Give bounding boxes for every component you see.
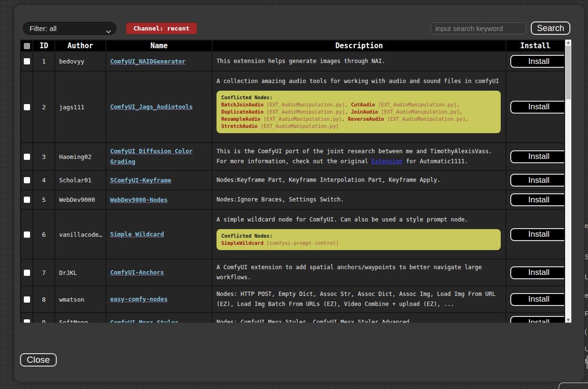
row-install-cell: Install bbox=[506, 286, 565, 313]
table-row: 5WebDev9000WebDev9000-NodesNodes:Ignore … bbox=[21, 190, 565, 210]
background-menu-letter: S bbox=[585, 253, 588, 261]
row-description: This is the ComfyUI port of the joint re… bbox=[212, 143, 506, 170]
extension-name-link[interactable]: ComfyUI-Anchors bbox=[110, 269, 164, 276]
search-button[interactable]: Search bbox=[531, 21, 570, 35]
extension-name-link[interactable]: Simple Wildcard bbox=[110, 231, 164, 238]
row-description: A simple wildcard node for ComfyUI. Can … bbox=[212, 210, 506, 259]
row-checkbox[interactable] bbox=[24, 104, 30, 110]
row-author: WebDev9000 bbox=[55, 190, 106, 210]
description-text: A ComfyUI extension to add spatial ancho… bbox=[217, 264, 482, 281]
row-description: Nodes: HTTP POST, Empty Dict, Assoc Str,… bbox=[212, 286, 506, 313]
table-row: 6vanillacode…Simple WildcardA simple wil… bbox=[21, 210, 565, 259]
row-name-cell: ComfyUI-Anchors bbox=[106, 259, 212, 286]
row-name-cell: ComfyUI_NAIDGenerator bbox=[106, 52, 212, 71]
install-button[interactable]: Install bbox=[510, 316, 565, 323]
table-row: 4Scholar01SComfyUI-KeyframeNodes:Keyfram… bbox=[21, 170, 565, 190]
conflict-items: SimpleWildcard [comfyui-prompt-control] bbox=[221, 240, 496, 247]
extension-name-link[interactable]: SComfyUI-Keyframe bbox=[110, 177, 171, 184]
row-author: bedovyy bbox=[55, 52, 106, 71]
table-scrollbar[interactable]: ▲ ▼ bbox=[565, 40, 571, 323]
description-text: Nodes:Keyframe Part, Keyframe Interpolat… bbox=[217, 177, 441, 183]
row-id: 9 bbox=[33, 313, 55, 323]
row-checkbox[interactable] bbox=[24, 270, 30, 276]
row-id: 7 bbox=[33, 259, 55, 286]
close-button[interactable]: Close bbox=[20, 353, 57, 367]
extension-name-link[interactable]: ComfyUI_Mexx_Styler bbox=[110, 319, 178, 323]
filter-dropdown[interactable]: Filter: all bbox=[23, 22, 116, 35]
conflict-node-name: ReverseAudio bbox=[348, 116, 384, 122]
scroll-down-icon[interactable]: ▼ bbox=[565, 317, 571, 323]
row-checkbox[interactable] bbox=[24, 177, 30, 183]
conflict-node-name: BatchJoinAudio bbox=[221, 102, 264, 107]
row-install-cell: Install bbox=[506, 313, 565, 323]
row-name-cell: WebDev9000-Nodes bbox=[106, 190, 212, 210]
install-button[interactable]: Install bbox=[510, 150, 565, 163]
row-checkbox-cell bbox=[21, 259, 33, 286]
conflicted-nodes-box: Conflicted Nodes:SimpleWildcard [comfyui… bbox=[217, 229, 501, 250]
conflict-items: BatchJoinAudio [EXT_AudioManipulation.py… bbox=[221, 101, 496, 130]
row-checkbox-cell bbox=[21, 71, 33, 143]
background-menu-letter: ( bbox=[585, 328, 587, 336]
row-author: jags111 bbox=[55, 71, 106, 143]
row-description: Nodes:Ignore Braces, Settings Switch. bbox=[212, 190, 506, 210]
extension-name-link[interactable]: ComfyUI Diffusion Color Grading bbox=[110, 147, 193, 165]
scrollbar-thumb[interactable] bbox=[566, 46, 571, 99]
row-checkbox[interactable] bbox=[24, 296, 30, 303]
conflict-node-source: [EXT_AudioManipulation.py] bbox=[267, 102, 345, 107]
install-button[interactable]: Install bbox=[510, 174, 565, 187]
row-id: 6 bbox=[33, 210, 55, 259]
table-row: 9SoftMengComfyUI_Mexx_StylerNodes: Comfy… bbox=[21, 313, 565, 323]
table-row: 1bedovyyComfyUI_NAIDGeneratorThis extens… bbox=[21, 52, 565, 71]
select-all-header bbox=[21, 40, 33, 52]
row-id: 3 bbox=[33, 143, 55, 170]
install-button[interactable]: Install bbox=[510, 293, 565, 306]
row-checkbox[interactable] bbox=[24, 197, 30, 203]
conflict-node-source: [EXT_AudioManipulation.py] bbox=[378, 102, 456, 107]
row-checkbox[interactable] bbox=[24, 231, 30, 238]
row-checkbox[interactable] bbox=[24, 154, 30, 160]
row-name-cell: easy-comfy-nodes bbox=[106, 286, 212, 313]
select-all-checkbox[interactable] bbox=[24, 43, 30, 49]
install-button[interactable]: Install bbox=[510, 55, 565, 68]
row-install-cell: Install bbox=[506, 210, 565, 259]
header-id: ID bbox=[33, 40, 55, 52]
install-button[interactable]: Install bbox=[510, 101, 565, 114]
row-description: A ComfyUI extension to add spatial ancho… bbox=[212, 259, 506, 286]
row-checkbox[interactable] bbox=[24, 319, 30, 323]
scroll-up-icon[interactable]: ▲ bbox=[565, 40, 571, 45]
row-id: 5 bbox=[33, 190, 55, 210]
install-button[interactable]: Install bbox=[510, 228, 565, 241]
background-menu-letter: U bbox=[585, 345, 588, 353]
extension-name-link[interactable]: ComfyUI_NAIDGenerator bbox=[110, 58, 186, 65]
row-description: Nodes:Keyframe Part, Keyframe Interpolat… bbox=[212, 170, 506, 190]
row-id: 4 bbox=[33, 170, 55, 190]
background-menu-letter: L bbox=[585, 273, 588, 281]
row-author: wmatson bbox=[55, 286, 106, 313]
table-row: 3Haoming02ComfyUI Diffusion Color Gradin… bbox=[21, 143, 565, 170]
row-id: 1 bbox=[33, 52, 55, 71]
description-text: Nodes: HTTP POST, Empty Dict, Assoc Str,… bbox=[217, 291, 495, 307]
row-checkbox[interactable] bbox=[24, 58, 30, 64]
row-description: Nodes: ComfyUI Mexx Styler, ComfyUI Mexx… bbox=[212, 313, 506, 323]
search-group: Search bbox=[431, 21, 570, 35]
conflict-node-source: [EXT_AudioManipulation.py] bbox=[267, 109, 345, 115]
background-menu-letter: M bbox=[585, 357, 588, 365]
row-checkbox-cell bbox=[21, 143, 33, 170]
extension-name-link[interactable]: ComfyUI_Jags_Audiotools bbox=[110, 103, 193, 110]
row-name-cell: Simple Wildcard bbox=[106, 210, 212, 259]
search-input[interactable] bbox=[431, 22, 526, 34]
extension-name-link[interactable]: easy-comfy-nodes bbox=[110, 295, 167, 303]
row-name-cell: ComfyUI_Jags_Audiotools bbox=[106, 71, 212, 143]
description-link[interactable]: Extension bbox=[371, 158, 402, 165]
extension-name-link[interactable]: WebDev9000-Nodes bbox=[110, 196, 167, 203]
row-install-cell: Install bbox=[506, 143, 565, 170]
row-install-cell: Install bbox=[506, 170, 565, 190]
header-install: Install bbox=[506, 40, 565, 52]
install-button[interactable]: Install bbox=[510, 193, 565, 206]
conflict-node-source: [EXT_AudioManipulation.py] bbox=[260, 123, 339, 129]
background-menu-letter: e bbox=[585, 222, 588, 230]
install-button[interactable]: Install bbox=[510, 266, 565, 279]
conflict-node-name: StretchAudio bbox=[221, 123, 258, 129]
row-author: SoftMeng bbox=[55, 313, 106, 323]
conflict-node-name: JoinAudio bbox=[351, 109, 378, 115]
